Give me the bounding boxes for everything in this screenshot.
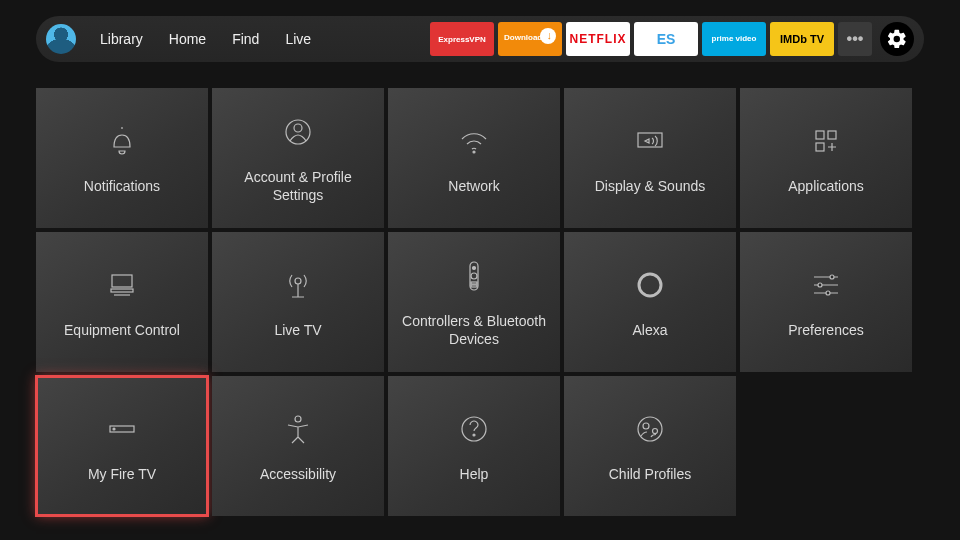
app-prime-video[interactable]: prime video xyxy=(702,22,766,56)
svg-point-12 xyxy=(471,273,477,279)
bell-icon xyxy=(102,121,142,161)
tile-network[interactable]: Network xyxy=(388,88,560,228)
svg-point-24 xyxy=(638,417,662,441)
apps-icon xyxy=(806,121,846,161)
tile-label: Equipment Control xyxy=(64,321,180,339)
svg-rect-14 xyxy=(471,285,477,287)
settings-button[interactable] xyxy=(880,22,914,56)
tile-accessibility[interactable]: Accessibility xyxy=(212,376,384,516)
app-shortcuts: ExpressVPN Downloader NETFLIX ES prime v… xyxy=(430,22,914,56)
svg-rect-4 xyxy=(816,131,824,139)
app-netflix[interactable]: NETFLIX xyxy=(566,22,630,56)
tile-display-sounds[interactable]: Display & Sounds xyxy=(564,88,736,228)
svg-point-26 xyxy=(653,428,658,433)
tile-label: Network xyxy=(448,177,499,195)
svg-point-25 xyxy=(643,423,649,429)
nav-library[interactable]: Library xyxy=(100,31,143,47)
svg-point-9 xyxy=(295,278,301,284)
svg-point-2 xyxy=(473,151,475,153)
svg-rect-8 xyxy=(111,289,133,292)
svg-point-15 xyxy=(639,274,661,296)
display-icon xyxy=(630,121,670,161)
svg-point-11 xyxy=(473,266,476,269)
svg-rect-6 xyxy=(816,143,824,151)
tile-live-tv[interactable]: Live TV xyxy=(212,232,384,372)
tile-label: Help xyxy=(460,465,489,483)
nav: Library Home Find Live xyxy=(100,31,311,47)
accessibility-icon xyxy=(278,409,318,449)
device-icon xyxy=(102,409,142,449)
tile-notifications[interactable]: Notifications xyxy=(36,88,208,228)
top-bar: Library Home Find Live ExpressVPN Downlo… xyxy=(36,16,924,62)
tile-label: Child Profiles xyxy=(609,465,691,483)
nav-live[interactable]: Live xyxy=(285,31,311,47)
svg-point-18 xyxy=(826,291,830,295)
tile-help[interactable]: Help xyxy=(388,376,560,516)
tile-label: Live TV xyxy=(274,321,321,339)
tile-applications[interactable]: Applications xyxy=(740,88,912,228)
tile-alexa[interactable]: Alexa xyxy=(564,232,736,372)
remote-icon xyxy=(454,256,494,296)
tile-equipment-control[interactable]: Equipment Control xyxy=(36,232,208,372)
app-expressvpn[interactable]: ExpressVPN xyxy=(430,22,494,56)
antenna-icon xyxy=(278,265,318,305)
tile-controllers-bluetooth[interactable]: Controllers & Bluetooth Devices xyxy=(388,232,560,372)
tile-label: Controllers & Bluetooth Devices xyxy=(396,312,552,348)
tile-child-profiles[interactable]: Child Profiles xyxy=(564,376,736,516)
tile-label: Alexa xyxy=(632,321,667,339)
app-imdb-tv[interactable]: IMDb TV xyxy=(770,22,834,56)
svg-rect-7 xyxy=(112,275,132,287)
profile-avatar[interactable] xyxy=(46,24,76,54)
alexa-icon xyxy=(630,265,670,305)
svg-point-1 xyxy=(294,124,302,132)
svg-point-20 xyxy=(113,428,115,430)
tile-label: Preferences xyxy=(788,321,863,339)
sliders-icon xyxy=(806,265,846,305)
wifi-icon xyxy=(454,121,494,161)
profile-icon xyxy=(278,112,318,152)
tile-account-profile[interactable]: Account & Profile Settings xyxy=(212,88,384,228)
tile-label: Notifications xyxy=(84,177,160,195)
svg-point-21 xyxy=(295,416,301,422)
svg-rect-5 xyxy=(828,131,836,139)
equipment-icon xyxy=(102,265,142,305)
nav-find[interactable]: Find xyxy=(232,31,259,47)
svg-point-16 xyxy=(830,275,834,279)
tile-label: My Fire TV xyxy=(88,465,156,483)
svg-rect-13 xyxy=(471,282,477,284)
tile-label: Accessibility xyxy=(260,465,336,483)
tile-my-fire-tv[interactable]: My Fire TV xyxy=(36,376,208,516)
child-profiles-icon xyxy=(630,409,670,449)
app-downloader[interactable]: Downloader xyxy=(498,22,562,56)
tile-label: Display & Sounds xyxy=(595,177,706,195)
svg-rect-3 xyxy=(638,133,662,147)
app-more[interactable]: ••• xyxy=(838,22,872,56)
gear-icon xyxy=(886,28,908,50)
svg-point-17 xyxy=(818,283,822,287)
tile-label: Applications xyxy=(788,177,864,195)
settings-grid: Notifications Account & Profile Settings… xyxy=(36,88,912,516)
help-icon xyxy=(454,409,494,449)
app-es-file-explorer[interactable]: ES xyxy=(634,22,698,56)
nav-home[interactable]: Home xyxy=(169,31,206,47)
tile-preferences[interactable]: Preferences xyxy=(740,232,912,372)
svg-point-23 xyxy=(473,434,475,436)
tile-label: Account & Profile Settings xyxy=(220,168,376,204)
